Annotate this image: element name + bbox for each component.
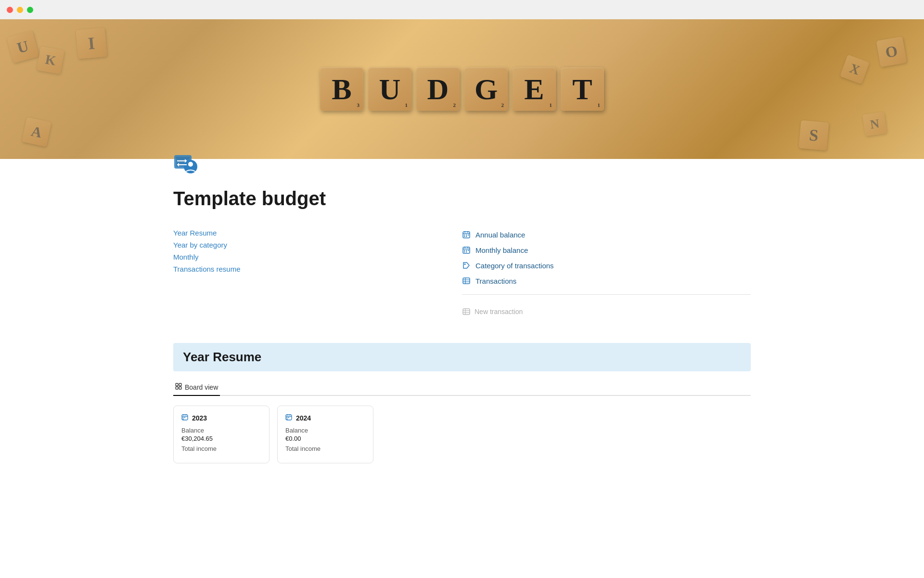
card-2023-income-label: Total income xyxy=(181,445,261,452)
svg-rect-10 xyxy=(464,236,465,237)
svg-rect-22 xyxy=(463,278,470,284)
card-2023-balance-value: €30,204.65 xyxy=(181,435,261,442)
board-view-label: Board view xyxy=(185,383,218,391)
svg-rect-9 xyxy=(468,235,469,236)
close-button[interactable] xyxy=(7,7,13,13)
svg-rect-38 xyxy=(183,417,184,418)
divider xyxy=(462,294,751,295)
card-2023-icon xyxy=(181,414,188,422)
card-2024-income-label: Total income xyxy=(285,445,365,452)
db-link-monthly-balance[interactable]: Monthly balance xyxy=(462,244,751,256)
links-section: Year Resume Year by category Monthly Tra… xyxy=(173,229,751,319)
tile-t: T1 xyxy=(561,67,604,111)
svg-rect-33 xyxy=(179,387,181,389)
tile-e: E1 xyxy=(513,67,556,111)
card-2024-icon xyxy=(285,414,292,422)
calendar-grid-icon-2 xyxy=(462,246,471,254)
svg-rect-17 xyxy=(466,250,467,251)
tile-b: B3 xyxy=(320,67,363,111)
db-link-transactions-label: Transactions xyxy=(475,277,516,285)
tile-d: D2 xyxy=(416,67,460,111)
tag-icon xyxy=(462,261,471,270)
tile-g: G2 xyxy=(464,67,508,111)
svg-rect-19 xyxy=(464,251,465,252)
svg-rect-7 xyxy=(464,235,465,236)
svg-rect-45 xyxy=(287,417,288,418)
svg-rect-47 xyxy=(287,419,288,420)
table-icon-2 xyxy=(462,307,471,316)
card-2024-title: 2024 xyxy=(285,414,365,422)
page-icon xyxy=(173,149,202,178)
svg-rect-16 xyxy=(464,250,465,251)
nav-link-year-resume[interactable]: Year Resume xyxy=(173,229,462,237)
card-2023-year: 2023 xyxy=(192,414,207,422)
card-2023-balance-label: Balance xyxy=(181,427,261,434)
svg-rect-26 xyxy=(463,309,470,315)
minimize-button[interactable] xyxy=(17,7,23,13)
svg-rect-30 xyxy=(176,383,178,386)
year-resume-header: Year Resume xyxy=(173,343,751,371)
tile-u: U1 xyxy=(368,67,411,111)
maximize-button[interactable] xyxy=(27,7,33,13)
svg-rect-46 xyxy=(288,417,289,418)
budget-tiles: B3 U1 D2 G2 E1 T1 xyxy=(320,67,604,111)
db-link-category-transactions[interactable]: Category of transactions xyxy=(462,260,751,271)
db-link-transactions[interactable]: Transactions xyxy=(462,275,751,287)
right-nav: Annual balance xyxy=(462,229,751,319)
board-view-tab[interactable]: Board view xyxy=(173,379,220,396)
svg-point-2 xyxy=(188,162,193,167)
svg-rect-40 xyxy=(183,419,184,420)
view-tabs: Board view xyxy=(173,379,751,396)
card-2023[interactable]: 2023 Balance €30,204.65 Total income xyxy=(173,406,270,463)
main-content: Template budget Year Resume Year by cate… xyxy=(125,149,799,463)
svg-point-21 xyxy=(464,263,466,265)
cards-row: 2023 Balance €30,204.65 Total income xyxy=(173,406,751,463)
year-resume-title: Year Resume xyxy=(183,350,741,365)
year-resume-section: Year Resume Board view xyxy=(173,343,751,463)
svg-rect-32 xyxy=(176,387,178,389)
db-link-category-transactions-label: Category of transactions xyxy=(475,262,554,270)
calendar-grid-icon-1 xyxy=(462,230,471,239)
db-link-annual-balance[interactable]: Annual balance xyxy=(462,229,751,240)
svg-rect-18 xyxy=(468,250,469,251)
left-nav: Year Resume Year by category Monthly Tra… xyxy=(173,229,462,319)
card-2024-balance-label: Balance xyxy=(285,427,365,434)
new-transaction-button[interactable]: New transaction xyxy=(462,304,751,319)
nav-link-year-by-category[interactable]: Year by category xyxy=(173,241,462,249)
svg-rect-31 xyxy=(179,383,181,386)
page-title: Template budget xyxy=(173,188,751,210)
svg-rect-39 xyxy=(184,417,185,418)
new-transaction-label: New transaction xyxy=(475,308,523,315)
card-2023-title: 2023 xyxy=(181,414,261,422)
svg-rect-8 xyxy=(466,235,467,236)
db-link-annual-balance-label: Annual balance xyxy=(475,231,525,239)
svg-rect-20 xyxy=(466,251,467,252)
titlebar xyxy=(0,0,924,19)
board-view-icon xyxy=(175,383,182,391)
table-icon-1 xyxy=(462,276,471,285)
card-2024[interactable]: 2024 Balance €0.00 Total income xyxy=(277,406,373,463)
svg-rect-11 xyxy=(466,236,467,237)
nav-link-transactions-resume[interactable]: Transactions resume xyxy=(173,265,462,273)
card-2024-balance-value: €0.00 xyxy=(285,435,365,442)
hero-banner: U K I X O A N S B3 U1 D2 G2 E1 T1 xyxy=(0,19,924,159)
card-2024-year: 2024 xyxy=(296,414,311,422)
db-link-monthly-balance-label: Monthly balance xyxy=(475,246,528,254)
nav-link-monthly[interactable]: Monthly xyxy=(173,253,462,261)
